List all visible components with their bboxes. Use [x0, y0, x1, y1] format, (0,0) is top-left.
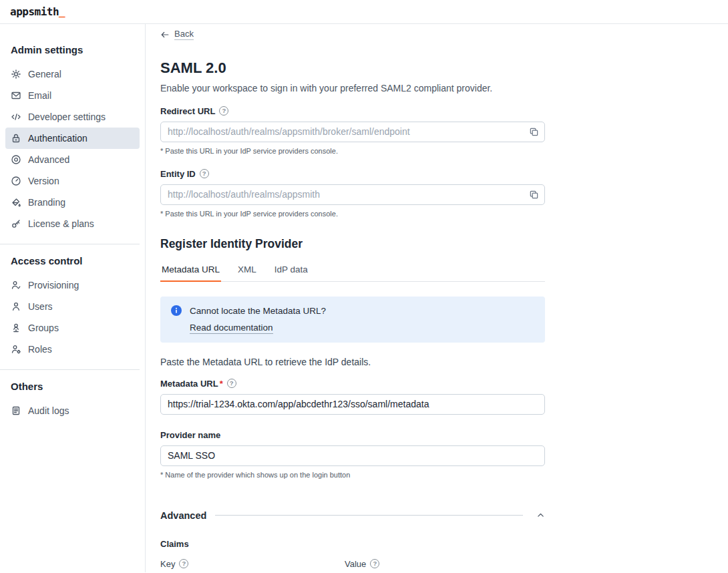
user-gear-icon — [11, 344, 21, 355]
entity-id-input[interactable] — [160, 184, 545, 205]
document-icon — [11, 405, 21, 416]
user-check-icon — [11, 280, 21, 291]
idp-tabs: Metadata URL XML IdP data — [160, 260, 545, 282]
redirect-url-input[interactable] — [160, 122, 545, 142]
redirect-url-field: Redirect URL * Paste this URL in your Id… — [160, 106, 545, 155]
page-subtitle: Enable your workspace to sign in with yo… — [160, 83, 545, 93]
metadata-url-input[interactable] — [160, 394, 545, 415]
branding-icon — [11, 197, 21, 208]
sidebar-item-authentication[interactable]: Authentication — [5, 128, 140, 149]
help-icon[interactable] — [227, 379, 236, 388]
help-icon[interactable] — [200, 169, 209, 178]
register-idp-title: Register Identity Provider — [160, 237, 545, 251]
required-asterisk: * — [220, 379, 223, 389]
chevron-up-icon[interactable] — [536, 511, 545, 520]
claim-value-label: Value — [345, 559, 366, 569]
tab-xml[interactable]: XML — [236, 260, 258, 282]
advanced-title: Advanced — [160, 510, 206, 521]
entity-id-label: Entity ID — [160, 169, 196, 179]
sidebar-item-general[interactable]: General — [5, 63, 140, 85]
sidebar-item-users[interactable]: Users — [5, 296, 140, 317]
sidebar-item-roles[interactable]: Roles — [5, 339, 140, 360]
page-title: SAML 2.0 — [160, 59, 545, 77]
redirect-url-label: Redirect URL — [160, 106, 215, 116]
sidebar-item-label: Provisioning — [28, 280, 79, 291]
sidebar-item-label: Version — [28, 176, 59, 186]
sidebar-section-access-control: Access control — [11, 255, 134, 266]
admin-sidebar: Admin settings General Email Developer s… — [0, 24, 146, 572]
claims-label: Claims — [160, 539, 545, 549]
metadata-url-label: Metadata URL — [160, 379, 218, 389]
claims-row: Key Value — [160, 559, 545, 573]
sidebar-item-label: Groups — [28, 323, 59, 333]
sidebar-item-label: Users — [28, 301, 53, 312]
sidebar-item-email[interactable]: Email — [5, 85, 140, 106]
arrow-left-icon — [160, 30, 170, 39]
info-icon — [171, 305, 182, 316]
sidebar-divider — [0, 244, 140, 244]
help-icon[interactable] — [179, 559, 188, 568]
sidebar-item-label: Email — [28, 90, 51, 101]
sidebar-item-label: General — [28, 69, 61, 79]
provider-name-helper: * Name of the provider which shows up on… — [160, 471, 545, 479]
copy-icon[interactable] — [529, 190, 539, 200]
claim-key-label: Key — [160, 559, 175, 569]
help-icon[interactable] — [370, 559, 379, 568]
group-icon — [11, 323, 21, 333]
entity-id-field: Entity ID * Paste this URL in your IdP s… — [160, 169, 545, 218]
sidebar-section-admin-settings: Admin settings — [11, 44, 134, 55]
help-icon[interactable] — [219, 106, 228, 116]
sidebar-item-label: Developer settings — [28, 112, 106, 122]
back-button[interactable]: Back — [160, 29, 194, 40]
provider-name-label: Provider name — [160, 430, 220, 440]
key-icon — [11, 218, 21, 229]
back-label: Back — [174, 29, 194, 40]
tab-idp-data[interactable]: IdP data — [273, 260, 309, 282]
lock-icon — [11, 133, 21, 144]
advanced-section-toggle[interactable]: Advanced — [160, 510, 545, 521]
sidebar-item-audit-logs[interactable]: Audit logs — [5, 400, 140, 421]
sidebar-item-groups[interactable]: Groups — [5, 317, 140, 339]
copy-icon[interactable] — [529, 127, 539, 137]
sidebar-item-label: Authentication — [28, 133, 87, 144]
redirect-url-helper: * Paste this URL in your IdP service pro… — [160, 147, 545, 155]
read-documentation-link[interactable]: Read documentation — [190, 323, 273, 334]
version-icon — [11, 176, 21, 186]
sidebar-item-provisioning[interactable]: Provisioning — [5, 274, 140, 296]
sidebar-item-label: Audit logs — [28, 405, 69, 416]
sidebar-item-advanced[interactable]: Advanced — [5, 149, 140, 170]
sidebar-item-version[interactable]: Version — [5, 170, 140, 192]
sidebar-item-developer-settings[interactable]: Developer settings — [5, 106, 140, 128]
divider-line — [215, 515, 523, 516]
provider-name-input[interactable] — [160, 445, 545, 466]
sidebar-divider — [0, 369, 140, 370]
top-header: appsmith_ — [0, 0, 728, 24]
sidebar-item-label: Roles — [28, 344, 52, 355]
appsmith-logo: appsmith_ — [10, 5, 65, 18]
main-content: Back SAML 2.0 Enable your workspace to s… — [146, 24, 728, 572]
sidebar-item-branding[interactable]: Branding — [5, 192, 140, 213]
metadata-url-field: Metadata URL * — [160, 379, 545, 415]
advanced-icon — [11, 154, 21, 165]
tab-metadata-url[interactable]: Metadata URL — [160, 260, 221, 282]
sidebar-item-license-plans[interactable]: License & plans — [5, 213, 140, 234]
logo-cursor: _ — [59, 5, 65, 18]
entity-id-helper: * Paste this URL in your IdP service pro… — [160, 210, 545, 218]
sidebar-section-others: Others — [11, 381, 134, 392]
sidebar-item-label: License & plans — [28, 218, 94, 229]
info-banner: Cannot locate the Metadata URL? Read doc… — [160, 297, 545, 343]
metadata-instruction: Paste the Metadata URL to retrieve the I… — [160, 357, 545, 367]
sidebar-item-label: Branding — [28, 197, 65, 208]
user-icon — [11, 301, 21, 312]
banner-question: Cannot locate the Metadata URL? — [190, 305, 326, 316]
gear-icon — [11, 69, 21, 79]
mail-icon — [11, 90, 21, 101]
logo-text: appsmith — [10, 5, 59, 18]
sidebar-item-label: Advanced — [28, 154, 69, 165]
code-icon — [11, 112, 21, 122]
provider-name-field: Provider name * Name of the provider whi… — [160, 430, 545, 479]
